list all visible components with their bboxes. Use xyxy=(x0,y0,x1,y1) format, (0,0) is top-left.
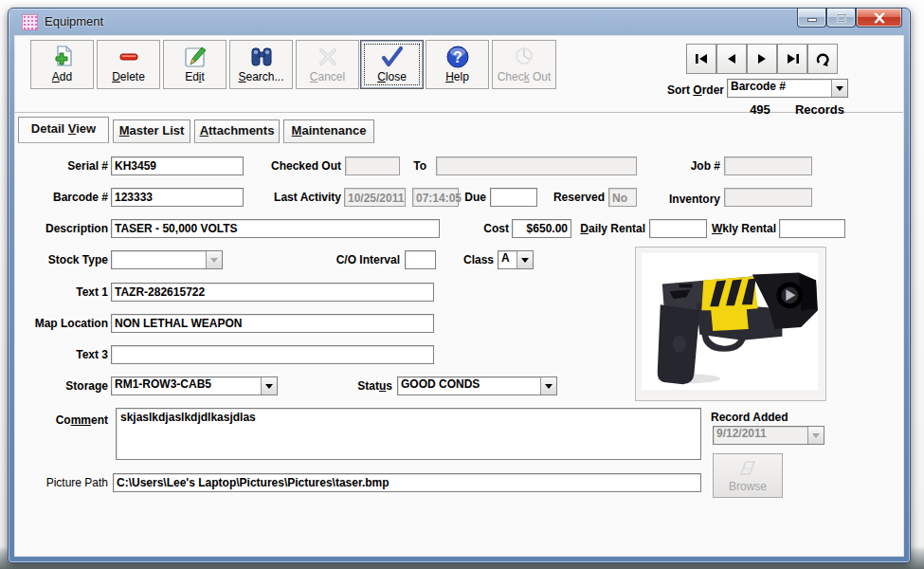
reserved-label: Reserved xyxy=(538,188,605,207)
status-value: GOOD CONDS xyxy=(401,377,539,391)
taser-image xyxy=(642,253,818,390)
text1-label: Text 1 xyxy=(23,283,108,302)
stock-type-label: Stock Type xyxy=(23,250,108,269)
x-icon xyxy=(316,45,340,69)
co-interval-input[interactable] xyxy=(405,250,436,269)
close-button[interactable]: Close xyxy=(360,40,424,89)
chevron-down-icon xyxy=(265,384,273,393)
window-title: Equipment xyxy=(45,14,103,28)
add-label: Add xyxy=(31,70,93,83)
delete-button[interactable]: Delete xyxy=(97,40,160,89)
sort-order-dropdown-arrow[interactable] xyxy=(831,80,847,97)
barcode-input[interactable] xyxy=(111,188,244,207)
inventory-field xyxy=(724,188,812,207)
nav-last-button[interactable] xyxy=(777,44,807,74)
svg-text:?: ? xyxy=(453,49,462,65)
close-window-button[interactable] xyxy=(856,9,902,28)
record-added-select: 9/12/2011 xyxy=(713,426,824,445)
binoculars-icon xyxy=(249,45,274,69)
to-field xyxy=(436,156,637,175)
daily-rental-input[interactable] xyxy=(649,219,707,238)
checked-out-field xyxy=(345,156,400,175)
app-icon xyxy=(22,14,38,30)
storage-value: RM1-ROW3-CAB5 xyxy=(115,377,260,391)
cost-input[interactable] xyxy=(512,219,571,238)
due-input[interactable] xyxy=(490,188,537,207)
last-record-icon xyxy=(786,53,800,64)
nav-refresh-button[interactable] xyxy=(807,44,838,74)
minimize-button[interactable] xyxy=(797,9,826,28)
nav-first-button[interactable] xyxy=(686,44,716,74)
record-added-label: Record Added xyxy=(711,408,824,427)
nav-next-button[interactable] xyxy=(747,44,777,74)
last-activity-date: 10/25/2011 xyxy=(345,192,407,205)
serial-input[interactable] xyxy=(111,156,244,175)
equipment-picture xyxy=(642,253,818,390)
tab-maintenance[interactable]: Maintenance xyxy=(283,119,374,143)
due-label: Due xyxy=(458,188,486,207)
text1-input[interactable] xyxy=(111,283,434,302)
maximize-icon xyxy=(836,13,846,23)
check-out-label: Check Out xyxy=(493,70,555,83)
text3-label: Text 3 xyxy=(23,345,108,364)
checked-out-label: Checked Out xyxy=(256,156,341,175)
reserved-field: No xyxy=(608,188,637,207)
inventory-label: Inventory xyxy=(654,190,720,209)
daily-rental-label: Daily Rental xyxy=(570,219,645,238)
titlebar[interactable]: Equipment xyxy=(9,9,910,35)
equipment-window: Equipment Add xyxy=(8,8,911,563)
browse-label: Browse xyxy=(714,481,782,492)
description-input[interactable] xyxy=(111,219,440,238)
cancel-button: Cancel xyxy=(296,40,359,89)
map-location-input[interactable] xyxy=(111,314,434,333)
browse-button: Browse xyxy=(713,453,783,498)
wkly-rental-label: Wkly Rental xyxy=(700,219,776,238)
stock-type-select xyxy=(111,250,223,269)
sort-order-value: Barcode # xyxy=(731,80,830,93)
stock-type-dropdown-arrow xyxy=(206,251,222,268)
browse-folder-icon xyxy=(737,457,758,478)
maximize-button[interactable] xyxy=(826,9,856,28)
text3-input[interactable] xyxy=(111,345,434,364)
class-value: A xyxy=(501,251,516,265)
add-button[interactable]: Add xyxy=(30,40,94,89)
comment-textarea[interactable]: skjaslkdjaslkdjdlkasjdlas xyxy=(116,408,701,460)
add-document-icon xyxy=(50,45,75,69)
wkly-rental-input[interactable] xyxy=(779,219,845,238)
co-interval-label: C/O Interval xyxy=(324,250,400,269)
nav-previous-button[interactable] xyxy=(716,44,747,74)
picture-path-input[interactable] xyxy=(113,473,701,492)
sort-order-label: Sort Order xyxy=(648,81,724,100)
tab-attachments[interactable]: Attachments xyxy=(194,119,280,143)
storage-select[interactable]: RM1-ROW3-CAB5 xyxy=(111,376,278,395)
records-label: Records xyxy=(788,102,844,117)
edit-button[interactable]: Edit xyxy=(163,40,226,89)
last-activity-date-field: 10/25/2011 xyxy=(344,188,406,207)
sort-order-select[interactable]: Barcode # xyxy=(727,79,848,98)
chevron-down-icon xyxy=(545,384,553,393)
class-dropdown-arrow[interactable] xyxy=(516,251,533,268)
class-select[interactable]: A xyxy=(498,250,534,269)
chevron-down-icon xyxy=(210,258,218,266)
chevron-down-icon xyxy=(836,86,843,95)
cancel-label: Cancel xyxy=(297,70,358,83)
last-activity-time: 07:14:05 xyxy=(413,192,464,205)
tab-master-list[interactable]: Master List xyxy=(113,119,190,143)
equipment-picture-frame xyxy=(635,247,826,401)
next-record-icon xyxy=(756,53,768,64)
record-count: 495 xyxy=(732,102,788,117)
status-select[interactable]: GOOD CONDS xyxy=(397,376,557,395)
tab-detail-view[interactable]: Detail View xyxy=(18,117,109,143)
comment-label: Comment xyxy=(23,411,108,430)
client-area: Add Delete Edit Sear xyxy=(14,35,904,557)
status-dropdown-arrow[interactable] xyxy=(540,377,556,395)
storage-dropdown-arrow[interactable] xyxy=(261,377,277,395)
to-label: To xyxy=(408,156,426,175)
help-button[interactable]: ? Help xyxy=(426,40,489,89)
record-added-value: 9/12/2011 xyxy=(716,427,806,440)
question-icon: ? xyxy=(445,45,470,69)
search-button[interactable]: Search... xyxy=(229,40,293,89)
last-activity-time-field: 07:14:05 xyxy=(412,188,459,207)
cost-label: Cost xyxy=(471,219,509,238)
chevron-down-icon xyxy=(521,258,529,266)
